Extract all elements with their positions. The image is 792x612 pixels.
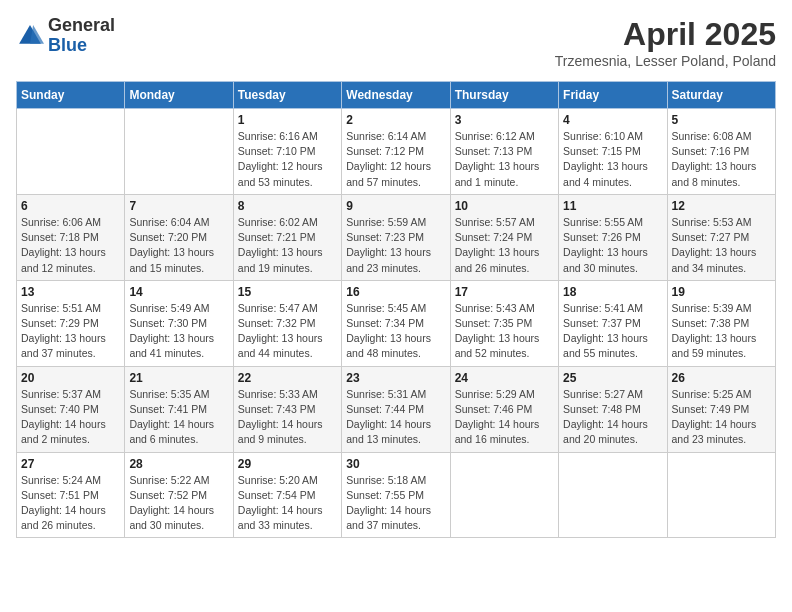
day-info: Sunrise: 6:12 AM Sunset: 7:13 PM Dayligh… [455, 129, 554, 190]
calendar-cell: 28Sunrise: 5:22 AM Sunset: 7:52 PM Dayli… [125, 452, 233, 538]
day-info: Sunrise: 6:04 AM Sunset: 7:20 PM Dayligh… [129, 215, 228, 276]
calendar-cell: 25Sunrise: 5:27 AM Sunset: 7:48 PM Dayli… [559, 366, 667, 452]
calendar-week-5: 27Sunrise: 5:24 AM Sunset: 7:51 PM Dayli… [17, 452, 776, 538]
calendar-cell: 9Sunrise: 5:59 AM Sunset: 7:23 PM Daylig… [342, 194, 450, 280]
day-info: Sunrise: 5:33 AM Sunset: 7:43 PM Dayligh… [238, 387, 337, 448]
weekday-header-monday: Monday [125, 82, 233, 109]
day-number: 22 [238, 371, 337, 385]
calendar-cell: 1Sunrise: 6:16 AM Sunset: 7:10 PM Daylig… [233, 109, 341, 195]
day-number: 3 [455, 113, 554, 127]
calendar-cell: 29Sunrise: 5:20 AM Sunset: 7:54 PM Dayli… [233, 452, 341, 538]
calendar-cell [667, 452, 775, 538]
title-area: April 2025 Trzemesnia, Lesser Poland, Po… [555, 16, 776, 69]
calendar-cell: 18Sunrise: 5:41 AM Sunset: 7:37 PM Dayli… [559, 280, 667, 366]
calendar-cell: 17Sunrise: 5:43 AM Sunset: 7:35 PM Dayli… [450, 280, 558, 366]
day-number: 6 [21, 199, 120, 213]
calendar-cell [559, 452, 667, 538]
calendar-cell: 21Sunrise: 5:35 AM Sunset: 7:41 PM Dayli… [125, 366, 233, 452]
day-number: 26 [672, 371, 771, 385]
month-title: April 2025 [555, 16, 776, 53]
weekday-header-sunday: Sunday [17, 82, 125, 109]
day-info: Sunrise: 6:16 AM Sunset: 7:10 PM Dayligh… [238, 129, 337, 190]
calendar-week-1: 1Sunrise: 6:16 AM Sunset: 7:10 PM Daylig… [17, 109, 776, 195]
calendar-cell: 11Sunrise: 5:55 AM Sunset: 7:26 PM Dayli… [559, 194, 667, 280]
weekday-header-thursday: Thursday [450, 82, 558, 109]
calendar-week-4: 20Sunrise: 5:37 AM Sunset: 7:40 PM Dayli… [17, 366, 776, 452]
day-number: 1 [238, 113, 337, 127]
day-info: Sunrise: 5:59 AM Sunset: 7:23 PM Dayligh… [346, 215, 445, 276]
calendar-cell: 15Sunrise: 5:47 AM Sunset: 7:32 PM Dayli… [233, 280, 341, 366]
day-info: Sunrise: 6:06 AM Sunset: 7:18 PM Dayligh… [21, 215, 120, 276]
logo: General Blue [16, 16, 115, 56]
day-number: 28 [129, 457, 228, 471]
calendar-cell: 3Sunrise: 6:12 AM Sunset: 7:13 PM Daylig… [450, 109, 558, 195]
calendar-week-3: 13Sunrise: 5:51 AM Sunset: 7:29 PM Dayli… [17, 280, 776, 366]
day-number: 19 [672, 285, 771, 299]
day-number: 9 [346, 199, 445, 213]
day-info: Sunrise: 6:08 AM Sunset: 7:16 PM Dayligh… [672, 129, 771, 190]
day-info: Sunrise: 5:51 AM Sunset: 7:29 PM Dayligh… [21, 301, 120, 362]
day-info: Sunrise: 5:45 AM Sunset: 7:34 PM Dayligh… [346, 301, 445, 362]
day-info: Sunrise: 5:24 AM Sunset: 7:51 PM Dayligh… [21, 473, 120, 534]
day-number: 10 [455, 199, 554, 213]
calendar-cell: 14Sunrise: 5:49 AM Sunset: 7:30 PM Dayli… [125, 280, 233, 366]
day-number: 21 [129, 371, 228, 385]
logo-blue-text: Blue [48, 35, 87, 55]
calendar-cell: 24Sunrise: 5:29 AM Sunset: 7:46 PM Dayli… [450, 366, 558, 452]
calendar-cell: 6Sunrise: 6:06 AM Sunset: 7:18 PM Daylig… [17, 194, 125, 280]
day-info: Sunrise: 5:43 AM Sunset: 7:35 PM Dayligh… [455, 301, 554, 362]
calendar-week-2: 6Sunrise: 6:06 AM Sunset: 7:18 PM Daylig… [17, 194, 776, 280]
day-number: 13 [21, 285, 120, 299]
day-number: 23 [346, 371, 445, 385]
calendar-cell [450, 452, 558, 538]
calendar-body: 1Sunrise: 6:16 AM Sunset: 7:10 PM Daylig… [17, 109, 776, 538]
day-info: Sunrise: 5:22 AM Sunset: 7:52 PM Dayligh… [129, 473, 228, 534]
calendar-cell: 7Sunrise: 6:04 AM Sunset: 7:20 PM Daylig… [125, 194, 233, 280]
calendar-cell [17, 109, 125, 195]
day-info: Sunrise: 5:53 AM Sunset: 7:27 PM Dayligh… [672, 215, 771, 276]
calendar-cell: 26Sunrise: 5:25 AM Sunset: 7:49 PM Dayli… [667, 366, 775, 452]
logo-text: General Blue [48, 16, 115, 56]
day-info: Sunrise: 5:35 AM Sunset: 7:41 PM Dayligh… [129, 387, 228, 448]
logo-icon [16, 22, 44, 50]
calendar-cell: 22Sunrise: 5:33 AM Sunset: 7:43 PM Dayli… [233, 366, 341, 452]
page-header: General Blue April 2025 Trzemesnia, Less… [16, 16, 776, 69]
weekday-header-tuesday: Tuesday [233, 82, 341, 109]
day-number: 24 [455, 371, 554, 385]
day-info: Sunrise: 5:27 AM Sunset: 7:48 PM Dayligh… [563, 387, 662, 448]
day-info: Sunrise: 5:49 AM Sunset: 7:30 PM Dayligh… [129, 301, 228, 362]
day-number: 29 [238, 457, 337, 471]
day-info: Sunrise: 5:29 AM Sunset: 7:46 PM Dayligh… [455, 387, 554, 448]
calendar-table: SundayMondayTuesdayWednesdayThursdayFrid… [16, 81, 776, 538]
day-info: Sunrise: 5:25 AM Sunset: 7:49 PM Dayligh… [672, 387, 771, 448]
location-title: Trzemesnia, Lesser Poland, Poland [555, 53, 776, 69]
day-number: 11 [563, 199, 662, 213]
calendar-cell: 19Sunrise: 5:39 AM Sunset: 7:38 PM Dayli… [667, 280, 775, 366]
day-number: 7 [129, 199, 228, 213]
day-number: 5 [672, 113, 771, 127]
weekday-header-saturday: Saturday [667, 82, 775, 109]
calendar-cell: 23Sunrise: 5:31 AM Sunset: 7:44 PM Dayli… [342, 366, 450, 452]
day-number: 14 [129, 285, 228, 299]
svg-marker-1 [30, 25, 44, 44]
calendar-cell: 12Sunrise: 5:53 AM Sunset: 7:27 PM Dayli… [667, 194, 775, 280]
day-number: 8 [238, 199, 337, 213]
day-number: 15 [238, 285, 337, 299]
logo-general-text: General [48, 15, 115, 35]
calendar-cell: 2Sunrise: 6:14 AM Sunset: 7:12 PM Daylig… [342, 109, 450, 195]
day-info: Sunrise: 5:55 AM Sunset: 7:26 PM Dayligh… [563, 215, 662, 276]
day-info: Sunrise: 5:20 AM Sunset: 7:54 PM Dayligh… [238, 473, 337, 534]
calendar-cell: 20Sunrise: 5:37 AM Sunset: 7:40 PM Dayli… [17, 366, 125, 452]
calendar-cell: 5Sunrise: 6:08 AM Sunset: 7:16 PM Daylig… [667, 109, 775, 195]
day-number: 17 [455, 285, 554, 299]
day-number: 4 [563, 113, 662, 127]
day-number: 16 [346, 285, 445, 299]
day-number: 30 [346, 457, 445, 471]
day-number: 25 [563, 371, 662, 385]
day-info: Sunrise: 5:57 AM Sunset: 7:24 PM Dayligh… [455, 215, 554, 276]
day-info: Sunrise: 5:39 AM Sunset: 7:38 PM Dayligh… [672, 301, 771, 362]
day-number: 12 [672, 199, 771, 213]
weekday-header-row: SundayMondayTuesdayWednesdayThursdayFrid… [17, 82, 776, 109]
day-info: Sunrise: 6:10 AM Sunset: 7:15 PM Dayligh… [563, 129, 662, 190]
day-number: 2 [346, 113, 445, 127]
